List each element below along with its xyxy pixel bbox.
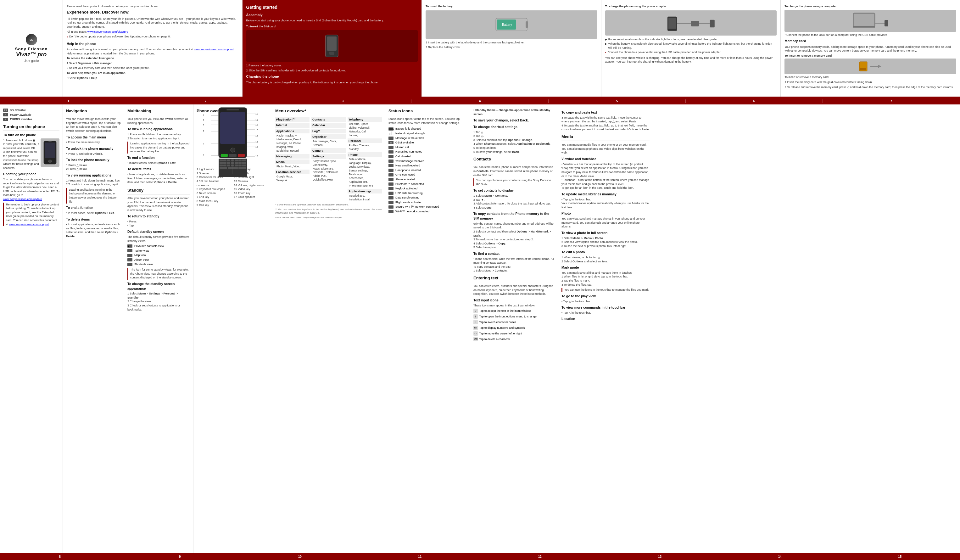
mt-step1: 1 Press and hold down the main menu key. xyxy=(127,133,190,136)
svg-rect-57 xyxy=(238,167,246,169)
sim-step1: 1 Remove the battery cover. xyxy=(246,64,418,68)
standby-header: Standby xyxy=(127,187,190,194)
map-label: Map view xyxy=(134,253,146,258)
page-8: 8 xyxy=(0,555,120,558)
menu-playstation: PlayStation™ xyxy=(275,117,309,122)
intro-pretext: Please read the important information be… xyxy=(67,5,238,8)
getting-started-title: Getting started xyxy=(246,5,418,11)
missed-call-icon xyxy=(389,146,394,149)
sim-copy-label: To copy contacts and the SIM xyxy=(474,265,555,269)
svg-marker-21 xyxy=(878,65,882,68)
support-link[interactable]: www.sonyericsson.com/support xyxy=(9,223,49,226)
mark-mode-section: Mark mode You can mark several files and… xyxy=(562,265,650,321)
panel-multitasking-standby: Multitasking Your phone lets you view an… xyxy=(124,104,194,553)
copy-paste-section: To copy and paste text 3 To paste the te… xyxy=(562,110,650,131)
svg-text:5: 5 xyxy=(203,130,204,132)
svg-text:10: 10 xyxy=(255,113,258,115)
fav-label: Favourite contacts view xyxy=(134,244,164,248)
page-11: 11 xyxy=(360,555,480,558)
menu-settings-items: SonyEricsson SyncConnectivity,Notes, Dic… xyxy=(311,160,346,182)
svg-rect-2 xyxy=(329,51,334,55)
mt-step2: 2 To switch to a running application, ta… xyxy=(127,136,190,141)
svg-rect-54 xyxy=(242,165,246,166)
edit-photo-step1: 1 When viewing a photo, tap △. xyxy=(562,256,650,259)
menu-overview-header: Menu overview* xyxy=(275,108,382,115)
view-running-title: To view running applications xyxy=(66,173,121,178)
svg-rect-43 xyxy=(227,162,230,164)
charge-svg xyxy=(666,12,716,34)
photo-text: You can view, send and manage photos in … xyxy=(562,217,650,229)
flight-icon xyxy=(389,201,394,204)
menu-footnote3: Icons on the main menu may change as the… xyxy=(275,216,382,219)
help-link[interactable]: www.sonyericsson.com/support xyxy=(194,48,234,51)
sim-menu-step: 1 Select Menu > Contacts. xyxy=(474,269,555,273)
intro-title: Experience more. Discover how. xyxy=(67,10,238,15)
handsfree-icon xyxy=(389,150,394,154)
turn-on-phone-image xyxy=(41,138,59,167)
delete-icon: ⌫ xyxy=(474,337,478,341)
status-bluetooth: Bluetooth™ connected xyxy=(389,182,467,186)
svg-rect-51 xyxy=(231,165,234,166)
3g-label: 3G available xyxy=(10,108,26,112)
battery-step1: 1 Insert the battery with the label side… xyxy=(426,41,597,45)
battery-svg: Battery xyxy=(493,12,530,37)
intro-link[interactable]: www.sonyericsson.com/vivazpro xyxy=(88,30,128,34)
menu-location: Location services xyxy=(275,170,309,174)
unlock-title: To unlock the phone manually xyxy=(66,146,121,151)
contacts-sync-note: You can synchronise your contacts using … xyxy=(474,178,555,186)
standby-section: Standby After you have turned on your ph… xyxy=(127,187,190,312)
logo-panel: SE Sony Ericsson Vivaz™ pro User guide xyxy=(0,0,63,97)
lock-step1: 1 Press △ below. xyxy=(66,163,121,167)
status-sms: Text message received xyxy=(389,159,467,163)
svg-rect-41 xyxy=(219,162,223,164)
standby-fav: ★Favourite contacts view xyxy=(127,244,190,248)
top-content: Please read the important information be… xyxy=(63,0,960,97)
sync-label: Data synchronising xyxy=(395,196,419,200)
view-photo-step3: 3 To see the next or previous photo, fli… xyxy=(562,244,650,248)
cursor-icon: ←→ xyxy=(474,331,478,336)
map-icon xyxy=(127,254,133,257)
standby-shortcuts: Shortcuts view xyxy=(127,262,190,266)
symbol-options: ⇑ Tap to open the input options menu to … xyxy=(474,314,537,319)
navigation-header: Navigation xyxy=(66,108,121,115)
bottom-divider: 8 9 10 11 12 13 14 15 xyxy=(0,553,960,560)
part-15: 15 Video key xyxy=(234,187,269,191)
sim-diagram-image xyxy=(246,30,418,62)
menu-personal-items: Profiles, Themes,Standby xyxy=(347,144,382,151)
memcard-svg xyxy=(858,60,883,73)
media-tip: To get tips for an icon in the bars, tou… xyxy=(562,186,650,190)
panel-menu-overview: Menu overview* PlayStation™ Internet App… xyxy=(272,104,385,553)
contacts-copy-note: only the contact name, phone number and … xyxy=(474,222,555,230)
panel-intro: Please read the important information be… xyxy=(63,0,243,97)
memory-card-text: Your phone supports memory cards, adding… xyxy=(784,45,956,53)
gps-icon xyxy=(389,173,394,176)
updating-title: Updating your phone xyxy=(3,172,59,176)
panel-turn-on: 3G 3G available H HSDPA available E EGPR… xyxy=(0,104,63,553)
symbol-cursor: ←→ Tap to move the cursor left or right xyxy=(474,331,522,336)
shortcut-step4: 4 When Shortcut appears, select Applicat… xyxy=(474,142,555,146)
keylock-label: Keylock activated xyxy=(395,187,418,190)
play-view-title: To go to the play view xyxy=(562,294,650,299)
update-link[interactable]: www.sonyericsson.com/update xyxy=(3,198,42,201)
keylock-icon xyxy=(389,187,394,190)
menu-messaging: Messaging xyxy=(275,154,309,158)
change-standby-title: To change the standby screen appearance xyxy=(127,282,190,291)
panel-navigation: Navigation You can move through menus wi… xyxy=(63,104,124,553)
insert-sim-label: To insert the SIM card xyxy=(246,24,418,29)
page-6: 6 xyxy=(686,99,823,103)
phone-diagram: 1 2 3 4 5 6 9 10 11 xyxy=(197,117,269,167)
network-icons-group: 3G 3G available H HSDPA available E EGPR… xyxy=(3,108,59,122)
sim-step2: 2 Slide the SIM card into its holder wit… xyxy=(246,69,418,73)
svg-rect-28 xyxy=(226,109,239,110)
memory-card-title: Memory card xyxy=(784,39,956,43)
status-wifi-open: Wi-Fi™ network connected xyxy=(389,210,467,214)
svg-rect-10 xyxy=(691,21,699,26)
svg-text:7 8: 7 8 xyxy=(229,175,232,178)
touchbar-text: • Touchbar – a bar at the bottom of the … xyxy=(562,178,650,186)
computer-charge-image xyxy=(784,10,956,32)
menu-media: Media xyxy=(275,160,309,164)
svg-text:9: 9 xyxy=(203,154,204,156)
turn-on-header: Turning on the phone xyxy=(3,124,59,131)
status-headphone: Headphone inserted xyxy=(389,168,467,173)
page-9: 9 xyxy=(120,555,240,558)
